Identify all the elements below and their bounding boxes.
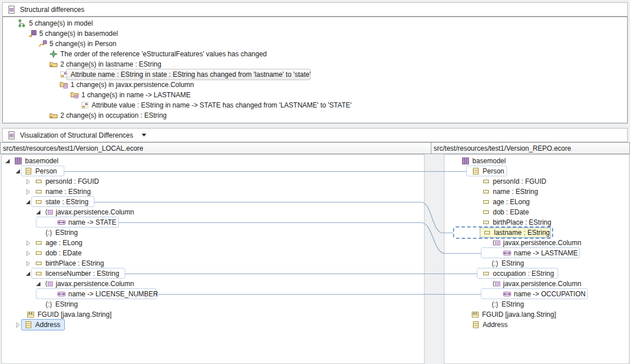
dropdown-caret-icon[interactable] xyxy=(142,134,146,136)
tree-row-label: dob : EDate xyxy=(46,249,81,257)
tree-row-dob[interactable]: dob : EDate xyxy=(25,248,81,258)
tree-row-birthplace[interactable]: birthPlace : EString xyxy=(25,258,104,268)
eattribute-icon xyxy=(481,187,491,196)
tree-row-label: name : EString xyxy=(493,188,538,196)
diff-row-label: 2 change(s) in occupation : EString xyxy=(60,111,167,119)
attribute-update-icon xyxy=(80,101,89,110)
tree-row-basemodel[interactable]: basemodel xyxy=(461,156,506,166)
model-document-icon xyxy=(7,5,16,14)
details-entry-icon xyxy=(503,249,512,258)
diff-row-occupation-changes[interactable]: 2 change(s) in occupation : EString xyxy=(49,110,167,121)
tree-row-label: Address xyxy=(483,321,508,329)
tree-row-label: FGUID [java.lang.String] xyxy=(38,311,112,318)
tree-row-column-annotation[interactable]: javax.persistence.Column xyxy=(35,207,134,217)
details-entry-icon xyxy=(57,289,66,299)
expander-closed-icon[interactable] xyxy=(15,321,22,328)
eclass-icon xyxy=(24,167,33,176)
tree-row-age[interactable]: age : ELong xyxy=(481,197,530,207)
expander-closed-icon[interactable] xyxy=(25,188,32,195)
tree-row-label: EString xyxy=(55,229,77,237)
diff-row-label: Attribute value : EString in name -> STA… xyxy=(92,101,352,109)
diff-row-label: 5 change(s) in basemodel xyxy=(39,30,118,38)
diff-row-label: The order of the reference 'eStructuralF… xyxy=(60,50,267,58)
tree-row-fguid[interactable]: FGUID [java.lang.String] xyxy=(26,309,112,320)
visualization-title: Visualization of Structural Differences xyxy=(20,131,133,139)
expander-open-icon[interactable] xyxy=(25,270,32,277)
eannotation-icon xyxy=(492,279,501,288)
visualization-header: Visualization of Structural Differences xyxy=(2,128,628,142)
structural-differences-title: Structural differences xyxy=(20,6,84,14)
package-change-icon xyxy=(28,29,37,38)
diff-row-lastname-changes[interactable]: 2 change(s) in lastname : EString xyxy=(49,59,161,69)
left-file-header: src/test/resources/test1/Version_LOCAL.e… xyxy=(0,142,431,154)
tree-row-name[interactable]: name : EString xyxy=(25,187,90,197)
tree-row-label: age : ELong xyxy=(46,239,83,247)
tree-row-state[interactable]: state : EString xyxy=(25,197,88,207)
right-file-header: src/test/resources/test1/Version_REPO.ec… xyxy=(431,142,630,154)
tree-row-fguid[interactable]: FGUID [java.lang.String] xyxy=(471,309,556,320)
expander-closed-icon[interactable] xyxy=(25,239,32,246)
tree-row-name[interactable]: name : EString xyxy=(481,187,538,197)
epackage-icon xyxy=(461,156,470,166)
tree-row-name-state-entry[interactable]: name -> STATE xyxy=(57,217,117,228)
tree-row-label: birthPlace : EString xyxy=(493,218,551,226)
tree-row-estring-type[interactable]: (:) EString xyxy=(492,258,524,268)
tree-row-occupation[interactable]: occupation : EString xyxy=(481,268,554,279)
tree-row-person[interactable]: Person xyxy=(471,166,504,176)
tree-row-lastname[interactable]: lastname : EString xyxy=(483,228,550,238)
tree-row-label: dob : EDate xyxy=(493,208,529,216)
tree-row-name-lastname-entry[interactable]: name -> LASTNAME xyxy=(503,248,578,258)
edatatype-icon xyxy=(471,310,480,319)
tree-row-label: javax.persistence.Column xyxy=(503,239,581,247)
tree-row-label: name -> LICENSE_NUMBER xyxy=(68,290,158,298)
attribute-change-folder-icon xyxy=(49,60,58,69)
diff-row-name-lastname-changes[interactable]: 1 change(s) in name -> LASTNAME xyxy=(70,90,191,100)
tree-row-address[interactable]: Address xyxy=(15,320,60,330)
eattribute-icon xyxy=(34,259,43,268)
expander-open-icon[interactable] xyxy=(25,198,32,205)
eattribute-icon xyxy=(34,177,43,186)
tree-row-name-license-entry[interactable]: name -> LICENSE_NUMBER xyxy=(57,289,158,299)
tree-row-personid[interactable]: personId : FGUID xyxy=(25,176,99,187)
tree-row-name-occupation-entry[interactable]: name -> OCCUPATION xyxy=(503,289,586,299)
tree-row-age[interactable]: age : ELong xyxy=(25,238,83,248)
diff-row-attribute-name-change[interactable]: Attribute name : EString in state : EStr… xyxy=(59,69,311,80)
expander-closed-icon[interactable] xyxy=(25,178,32,185)
tree-row-basemodel[interactable]: basemodel xyxy=(5,156,59,166)
tree-row-personid[interactable]: personId : FGUID xyxy=(481,176,546,187)
expander-open-icon[interactable] xyxy=(35,280,43,287)
expander-open-icon[interactable] xyxy=(15,168,22,175)
eattribute-icon xyxy=(34,238,43,247)
diff-row-order-change[interactable]: The order of the reference 'eStructuralF… xyxy=(49,49,267,59)
entry-change-folder-icon xyxy=(70,90,79,100)
tree-row-birthplace[interactable]: birthPlace : EString xyxy=(481,217,551,228)
attribute-update-icon xyxy=(59,70,68,79)
diff-row-person[interactable]: 5 change(s) in Person xyxy=(38,39,116,49)
expander-open-icon[interactable] xyxy=(5,158,12,164)
tree-row-column-annotation[interactable]: javax.persistence.Column xyxy=(492,279,581,289)
tree-row-dob[interactable]: dob : EDate xyxy=(481,207,529,217)
tree-row-label: Address xyxy=(35,321,60,329)
emf-compare-window: { "top_panel": { "title": "Structural di… xyxy=(0,0,630,364)
tree-row-column-annotation[interactable]: javax.persistence.Column xyxy=(492,238,581,248)
diff-row-attribute-value-change[interactable]: Attribute value : EString in name -> STA… xyxy=(80,100,352,110)
diff-row-model[interactable]: 5 change(s) in model xyxy=(18,18,93,28)
tree-row-address[interactable]: Address xyxy=(471,320,508,330)
diff-row-basemodel[interactable]: 5 change(s) in basemodel xyxy=(28,28,118,39)
tree-row-label: EString xyxy=(501,300,524,308)
tree-row-estring-type[interactable]: (:) EString xyxy=(46,299,78,309)
tree-row-estring-type[interactable]: (:) EString xyxy=(492,299,524,309)
expander-closed-icon[interactable] xyxy=(25,250,32,257)
tree-row-label: licenseNumber : EString xyxy=(46,270,119,278)
tree-row-person[interactable]: Person xyxy=(15,166,57,176)
tree-row-column-annotation[interactable]: javax.persistence.Column xyxy=(35,279,134,289)
tree-row-estring-type[interactable]: (:) EString xyxy=(46,228,78,238)
expander-open-icon[interactable] xyxy=(35,209,43,216)
generic-type-icon: (:) xyxy=(492,300,498,308)
details-entry-icon xyxy=(57,218,66,227)
diff-row-column-changes[interactable]: 1 change(s) in javax.persistence.Column xyxy=(59,80,194,90)
eattribute-icon xyxy=(481,269,491,278)
expander-closed-icon[interactable] xyxy=(25,260,32,267)
diff-row-label: 1 change(s) in javax.persistence.Column xyxy=(71,81,194,89)
tree-row-licensenumber[interactable]: licenseNumber : EString xyxy=(25,268,119,279)
